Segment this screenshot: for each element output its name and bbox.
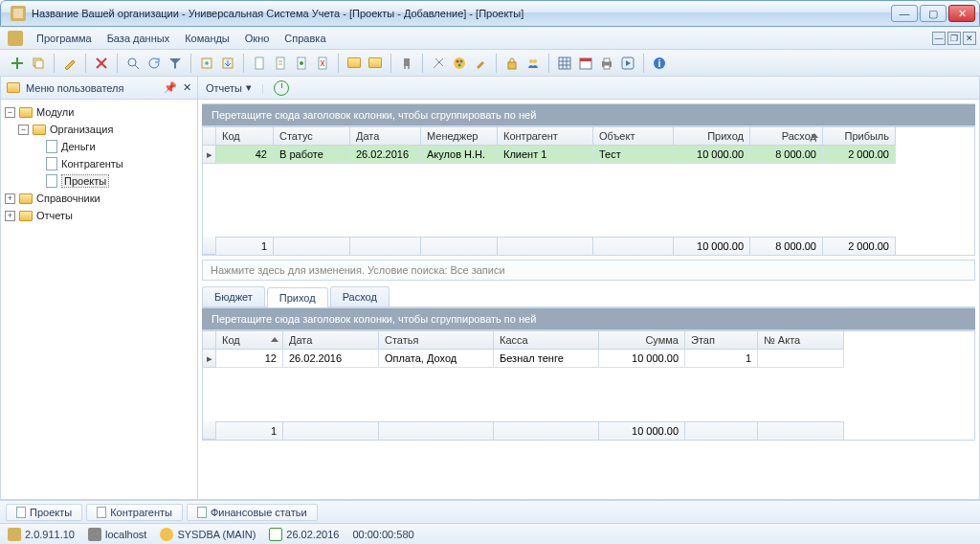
menu-program[interactable]: Программа — [29, 30, 100, 47]
bottom-grid: Код Дата Статья Касса Сумма Этап № Акта … — [202, 330, 975, 441]
sidebar-header: Меню пользователя 📌 ✕ — [1, 77, 197, 100]
doc3-icon[interactable] — [292, 54, 311, 73]
export-icon[interactable] — [197, 54, 216, 73]
minimize-button[interactable]: — — [891, 5, 918, 22]
tree-node-refs[interactable]: +Справочники — [5, 190, 193, 207]
tree-node-modules[interactable]: −Модули — [5, 103, 193, 121]
bottom-grid-footer: 1 10 000.00 — [203, 421, 974, 440]
tab-expense[interactable]: Расход — [330, 286, 390, 306]
col-code[interactable]: Код — [216, 127, 274, 146]
doc-tab-contractors[interactable]: Контрагенты — [86, 504, 183, 521]
tree-node-money[interactable]: Деньги — [5, 138, 193, 155]
detail-tabstrip: Бюджет Приход Расход — [202, 286, 975, 307]
sidebar-title: Меню пользователя — [26, 82, 123, 94]
copy-icon[interactable] — [29, 54, 48, 73]
svg-rect-8 — [256, 57, 263, 69]
col-object[interactable]: Объект — [593, 127, 674, 146]
add-icon[interactable] — [8, 54, 27, 73]
page-icon — [97, 507, 106, 518]
col-profit[interactable]: Прибыль — [823, 127, 896, 146]
bottom-grid-header: Код Дата Статья Касса Сумма Этап № Акта — [203, 331, 974, 350]
lock-icon[interactable] — [502, 54, 522, 73]
info-icon[interactable]: i — [650, 54, 669, 73]
doc-tab-projects[interactable]: Проекты — [6, 504, 82, 521]
doc-tab-fin[interactable]: Финансовые статьи — [187, 504, 318, 521]
doc1-icon[interactable] — [250, 54, 269, 73]
calendar-icon — [269, 528, 282, 541]
svg-rect-1 — [13, 9, 23, 18]
menu-help[interactable]: Справка — [277, 30, 333, 47]
brush-icon[interactable] — [471, 54, 490, 73]
play-icon[interactable] — [618, 54, 637, 73]
filter-icon[interactable] — [166, 54, 185, 73]
menu-commands[interactable]: Команды — [177, 30, 237, 47]
top-group-hint[interactable]: Перетащите сюда заголовок колонки, чтобы… — [202, 103, 975, 126]
print-icon[interactable] — [597, 54, 616, 73]
page-icon — [197, 507, 207, 518]
mdi-restore-icon[interactable]: ❐ — [947, 32, 961, 45]
clock-icon[interactable] — [274, 80, 289, 96]
status-time: 00:00:00:580 — [352, 529, 413, 540]
svg-point-11 — [300, 61, 303, 65]
table-row[interactable]: ▸ 42 В работе 26.02.2016 Акулов Н.Н. Кли… — [203, 146, 974, 164]
menu-window[interactable]: Окно — [237, 30, 278, 47]
main-panel: Отчеты▾ | Перетащите сюда заголовок коло… — [198, 77, 979, 499]
tree-node-contractors[interactable]: Контрагенты — [5, 155, 193, 172]
import-icon[interactable] — [218, 54, 237, 73]
search-condition[interactable]: Нажмите здесь для изменения. Условие пои… — [202, 260, 975, 281]
tools1-icon[interactable] — [429, 54, 448, 73]
menu-database[interactable]: База данных — [100, 30, 178, 47]
col-status[interactable]: Статус — [274, 127, 350, 146]
sidebar: Меню пользователя 📌 ✕ −Модули −Организац… — [1, 77, 198, 499]
delete-icon[interactable] — [92, 54, 111, 73]
bcol-sum[interactable]: Сумма — [599, 331, 685, 350]
status-version: 2.0.911.10 — [8, 528, 75, 541]
sort-asc-icon — [271, 337, 278, 342]
palette-icon[interactable] — [450, 54, 469, 73]
col-income[interactable]: Приход — [674, 127, 750, 146]
col-date[interactable]: Дата — [350, 127, 421, 146]
maximize-button[interactable]: ▢ — [920, 5, 947, 22]
edit-icon[interactable] — [60, 54, 79, 73]
users-icon[interactable] — [523, 54, 543, 73]
nav-tree: −Модули −Организация Деньги Контрагенты … — [1, 100, 197, 499]
row-indicator-icon: ▸ — [203, 146, 216, 164]
bottom-group-hint[interactable]: Перетащите сюда заголовок колонки, чтобы… — [202, 307, 975, 330]
disk-icon — [8, 528, 21, 541]
top-grid: Код Статус Дата Менеджер Контрагент Объе… — [202, 126, 975, 256]
bcol-date[interactable]: Дата — [283, 331, 379, 350]
col-expense[interactable]: Расход — [750, 127, 823, 146]
plug-icon[interactable] — [397, 54, 416, 73]
table-row[interactable]: ▸ 12 26.02.2016 Оплата, Доход Безнал тен… — [203, 350, 974, 368]
refresh-icon[interactable] — [145, 54, 164, 73]
menubar: Программа База данных Команды Окно Справ… — [0, 27, 980, 50]
bcol-article[interactable]: Статья — [379, 331, 494, 350]
folder1-icon[interactable] — [345, 54, 364, 73]
search-icon[interactable] — [123, 54, 143, 73]
bcol-stage[interactable]: Этап — [685, 331, 758, 350]
bcol-cash[interactable]: Касса — [494, 331, 599, 350]
close-button[interactable]: ✕ — [948, 5, 975, 22]
tree-node-reports[interactable]: +Отчеты — [5, 207, 193, 224]
folder2-icon[interactable] — [366, 54, 385, 73]
svg-rect-18 — [508, 62, 516, 69]
pin-icon[interactable]: 📌 — [164, 81, 177, 94]
calendar-icon[interactable] — [576, 54, 595, 73]
mdi-close-icon[interactable]: ✕ — [963, 32, 976, 45]
tree-node-projects[interactable]: Проекты — [5, 172, 193, 190]
grid-icon[interactable] — [555, 54, 574, 73]
sidebar-close-icon[interactable]: ✕ — [183, 81, 191, 94]
svg-point-19 — [529, 59, 533, 63]
doc4-icon[interactable] — [313, 54, 332, 73]
col-contractor[interactable]: Контрагент — [498, 127, 593, 146]
mdi-minimize-icon[interactable]: — — [932, 32, 946, 45]
doc2-icon[interactable] — [271, 54, 290, 73]
svg-point-5 — [128, 58, 136, 66]
col-manager[interactable]: Менеджер — [421, 127, 498, 146]
reports-dropdown[interactable]: Отчеты▾ — [206, 81, 252, 94]
tab-budget[interactable]: Бюджет — [202, 286, 265, 306]
tree-node-organization[interactable]: −Организация — [5, 121, 193, 138]
bcol-act[interactable]: № Акта — [758, 331, 844, 350]
tab-income[interactable]: Приход — [267, 287, 328, 307]
bcol-code[interactable]: Код — [216, 331, 283, 350]
